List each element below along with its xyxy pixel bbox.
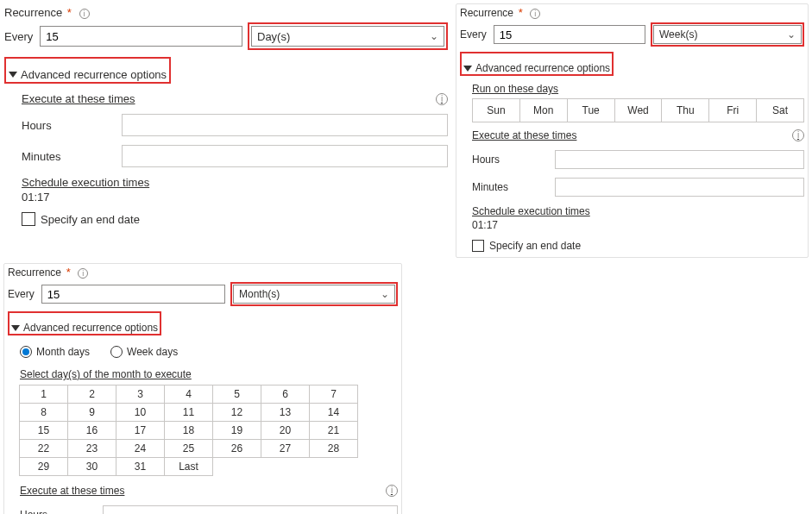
month-day-cell[interactable]: 20 — [261, 421, 310, 440]
month-day-cell[interactable]: 31 — [116, 457, 165, 476]
schedule-time-value: 01:17 — [22, 191, 448, 204]
required-asterisk: * — [67, 6, 72, 19]
interval-input[interactable] — [40, 26, 242, 47]
required-asterisk: * — [519, 6, 523, 19]
every-label: Every — [4, 30, 33, 43]
month-day-cell[interactable]: 13 — [261, 403, 310, 422]
advanced-toggle[interactable]: Advanced recurrence options — [11, 322, 158, 334]
recurrence-label: Recurrence — [8, 266, 61, 279]
hours-label: Hours — [22, 119, 116, 132]
month-day-cell[interactable]: 16 — [67, 421, 116, 440]
end-date-checkbox[interactable] — [22, 212, 35, 226]
info-icon[interactable]: i — [386, 485, 398, 497]
schedule-times-link[interactable]: Schedule execution times — [472, 205, 804, 217]
recurrence-label: Recurrence — [460, 7, 513, 19]
month-day-cell[interactable]: 2 — [67, 385, 116, 404]
month-day-cell[interactable]: 7 — [309, 385, 358, 404]
unit-select-weeks[interactable]: Week(s) ⌄ — [653, 25, 802, 44]
month-day-cell[interactable]: 10 — [116, 403, 165, 422]
radio-icon — [20, 346, 32, 358]
month-day-cell[interactable]: 14 — [309, 403, 358, 422]
month-day-cell[interactable]: Last — [164, 457, 213, 476]
weekday-selector: SunMonTueWedThuFriSat — [472, 98, 804, 122]
month-day-cell[interactable]: 1 — [19, 385, 68, 404]
month-day-cell[interactable]: 11 — [164, 403, 213, 422]
end-date-checkbox[interactable] — [472, 240, 484, 252]
schedule-time-value: 01:17 — [472, 219, 804, 231]
month-days-radio-label: Month days — [36, 346, 90, 358]
weekday-cell-wed[interactable]: Wed — [614, 98, 663, 122]
minutes-input[interactable] — [555, 178, 804, 197]
info-icon[interactable]: i — [792, 129, 804, 141]
month-day-cell[interactable]: 19 — [212, 421, 261, 440]
info-icon[interactable]: i — [79, 9, 90, 19]
weekday-cell-tue[interactable]: Tue — [567, 98, 615, 122]
recurrence-label: Recurrence — [4, 6, 62, 19]
advanced-toggle-label: Advanced recurrence options — [21, 68, 167, 81]
caret-down-icon — [11, 325, 20, 331]
minutes-label: Minutes — [472, 181, 550, 193]
month-day-cell[interactable]: 17 — [116, 421, 165, 440]
unit-select-months[interactable]: Month(s) ⌄ — [233, 285, 395, 304]
month-day-cell[interactable]: 18 — [164, 421, 213, 440]
end-date-label: Specify an end date — [489, 240, 581, 252]
hours-input[interactable] — [122, 114, 448, 136]
every-label: Every — [8, 288, 35, 300]
unit-select-days[interactable]: Day(s) ⌄ — [251, 26, 444, 47]
month-day-cell[interactable]: 28 — [309, 439, 358, 458]
caret-down-icon — [9, 72, 17, 78]
every-label: Every — [460, 28, 487, 41]
month-day-cell[interactable]: 6 — [261, 385, 310, 404]
weekday-cell-sun[interactable]: Sun — [472, 98, 520, 122]
weekday-cell-thu[interactable]: Thu — [661, 98, 709, 122]
month-day-cell[interactable]: 3 — [116, 385, 165, 404]
month-day-selector: 1234567891011121314151617181920212223242… — [20, 386, 398, 476]
interval-input[interactable] — [494, 25, 645, 44]
required-asterisk: * — [66, 266, 71, 279]
month-day-cell[interactable]: 12 — [212, 403, 261, 422]
advanced-toggle-label: Advanced recurrence options — [23, 322, 158, 334]
advanced-toggle-label: Advanced recurrence options — [475, 62, 610, 74]
interval-input[interactable] — [41, 285, 225, 304]
execute-times-header: Execute at these times — [472, 129, 576, 141]
month-day-cell[interactable]: 26 — [212, 439, 261, 458]
advanced-toggle[interactable]: Advanced recurrence options — [463, 62, 610, 74]
unit-select-value: Day(s) — [257, 30, 290, 43]
unit-select-value: Week(s) — [659, 28, 697, 41]
month-day-cell[interactable]: 25 — [164, 439, 213, 458]
hours-input[interactable] — [555, 150, 804, 169]
month-day-cell[interactable]: 9 — [67, 403, 116, 422]
month-day-cell[interactable]: 4 — [164, 385, 213, 404]
month-day-cell[interactable]: 23 — [67, 439, 116, 458]
weekday-cell-fri[interactable]: Fri — [708, 98, 757, 122]
weekday-cell-mon[interactable]: Mon — [519, 98, 568, 122]
week-days-radio[interactable]: Week days — [110, 346, 178, 358]
month-day-cell[interactable]: 24 — [116, 439, 165, 458]
execute-times-header: Execute at these times — [22, 92, 135, 105]
month-day-cell[interactable]: 21 — [309, 421, 358, 440]
info-icon[interactable]: i — [530, 9, 540, 19]
info-icon[interactable]: i — [436, 93, 448, 105]
info-icon[interactable]: i — [78, 268, 88, 279]
month-day-cell[interactable]: 8 — [19, 403, 68, 422]
advanced-toggle[interactable]: Advanced recurrence options — [9, 68, 167, 81]
recurrence-weeks-panel: Recurrence * i Every Week(s) ⌄ Advanced … — [456, 3, 809, 258]
month-day-cell[interactable]: 29 — [19, 457, 68, 476]
hours-input[interactable] — [103, 505, 398, 514]
month-day-cell[interactable]: 27 — [261, 439, 310, 458]
month-day-cell[interactable]: 15 — [19, 421, 68, 440]
month-day-cell[interactable]: 30 — [67, 457, 116, 476]
month-days-radio[interactable]: Month days — [20, 346, 90, 358]
run-on-days-header: Run on these days — [472, 83, 804, 95]
weekday-cell-sat[interactable]: Sat — [756, 98, 804, 122]
week-days-radio-label: Week days — [127, 346, 178, 358]
chevron-down-icon: ⌄ — [430, 30, 438, 42]
chevron-down-icon: ⌄ — [787, 28, 796, 41]
chevron-down-icon: ⌄ — [381, 288, 389, 300]
recurrence-months-panel: Recurrence * i Every Month(s) ⌄ Advanced… — [3, 263, 402, 514]
schedule-times-link[interactable]: Schedule execution times — [22, 176, 448, 189]
end-date-label: Specify an end date — [41, 213, 140, 226]
minutes-input[interactable] — [122, 145, 448, 167]
month-day-cell[interactable]: 5 — [212, 385, 261, 404]
month-day-cell[interactable]: 22 — [19, 439, 68, 458]
